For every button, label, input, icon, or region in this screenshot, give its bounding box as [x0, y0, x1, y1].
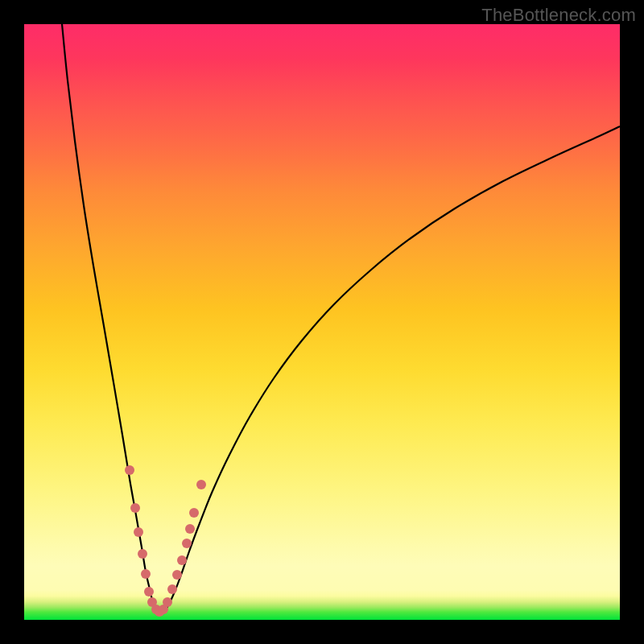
watermark-label: TheBottleneck.com [481, 5, 636, 26]
curve-marker [196, 480, 206, 489]
curve-marker [134, 527, 143, 537]
bottleneck-curve [62, 24, 620, 613]
curve-marker [167, 584, 177, 594]
outer-frame: TheBottleneck.com [0, 0, 644, 644]
curve-marker [182, 539, 192, 548]
curve-marker [141, 569, 151, 579]
curve-marker [144, 587, 154, 597]
curve-marker [185, 524, 195, 534]
curve-marker [189, 508, 199, 518]
chart-svg [24, 24, 620, 620]
curve-marker [177, 555, 187, 565]
curve-marker [172, 570, 182, 580]
chart-plot-area [24, 24, 620, 620]
curve-marker [130, 503, 140, 513]
curve-marker [125, 465, 134, 475]
curve-marker [163, 597, 172, 607]
curve-marker [138, 549, 147, 559]
